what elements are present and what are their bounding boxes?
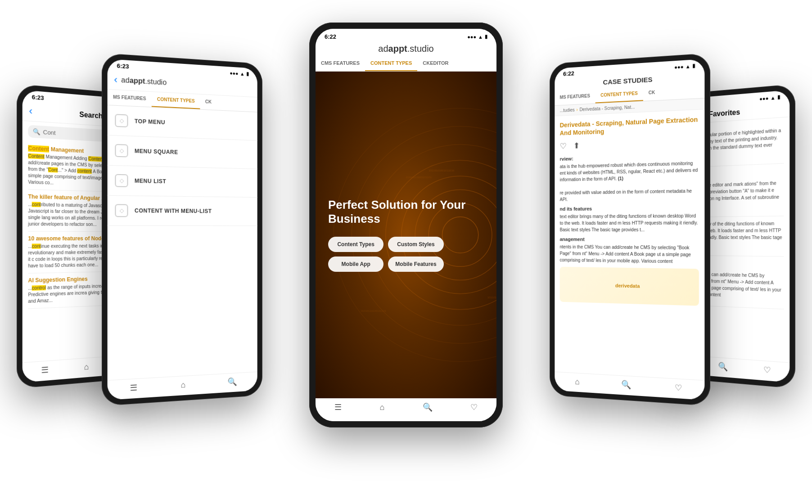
breadcrumb-studies: ...tudies: [560, 108, 575, 113]
tab-content-types-2[interactable]: CONTENT TYPES: [152, 92, 200, 109]
menu-label-list: MENU LIST: [135, 178, 166, 184]
nav-search-icon-4[interactable]: 🔍: [622, 379, 632, 390]
tab-cms-features-4[interactable]: MS FEATURES: [555, 89, 595, 105]
breadcrumb-sep: ›: [576, 107, 577, 112]
tab-content-types-4[interactable]: CONTENT TYPES: [595, 86, 643, 103]
nav-heart-icon-3[interactable]: ♡: [470, 402, 478, 412]
heart-action-icon[interactable]: ♡: [560, 141, 567, 151]
svg-text:10110101001011010: 10110101001011010: [487, 296, 496, 299]
main-app-name: adappt.studio: [378, 44, 433, 54]
case-study-content: Derivedata - Scraping, Natural Page Extr…: [555, 109, 704, 380]
nav-home-icon-4[interactable]: ⌂: [575, 377, 579, 387]
signal-icon-4: ●●●: [674, 64, 684, 70]
nav-menu-icon-1[interactable]: ☰: [41, 364, 48, 375]
menu-icon-top: ◇: [115, 114, 128, 127]
content-types-menu-list: ◇ TOP MENU ◇ MENU SQUARE ◇ MENU LIST ◇ C…: [108, 105, 257, 380]
scene: 6:23 ●●● ▲ ▮ ‹ Search 🔍 Cont: [0, 0, 812, 504]
nav-heart-icon-5[interactable]: ♡: [764, 364, 771, 375]
signal-icon-3: ●●●: [467, 34, 476, 40]
nav-menu-icon-3[interactable]: ☰: [334, 402, 342, 412]
nav-heart-icon-4[interactable]: ♡: [675, 382, 682, 393]
battery-icon-3: ▮: [485, 34, 487, 40]
tab-ck-4[interactable]: CK: [643, 85, 661, 101]
search-icon-1: 🔍: [33, 128, 41, 135]
highlight-cont-1: Content: [28, 145, 49, 153]
tab-bar-3: CMS FEATURES CONTENT TYPES CKEDITOR: [316, 56, 496, 72]
highlight-cont-6: cont: [32, 202, 41, 207]
tab-ck-2[interactable]: CK: [200, 94, 217, 110]
tab-cms-features-2[interactable]: MS FEATURES: [108, 90, 152, 107]
app-name-2: adappt.studio: [121, 76, 167, 87]
menu-label-square: MENU SQUARE: [135, 148, 178, 156]
back-button-2[interactable]: ‹: [114, 74, 117, 86]
battery-icon-5: ▮: [777, 94, 780, 100]
features-label: nd its features: [560, 205, 699, 212]
menu-icon-list: ◇: [115, 174, 128, 187]
hero-btn-mobile-features[interactable]: Mobile Features: [388, 256, 443, 272]
battery-icon-4: ▮: [692, 63, 695, 69]
back-button-1[interactable]: ‹: [29, 105, 32, 117]
status-icons-4: ●●● ▲ ▮: [674, 63, 695, 70]
status-icons-3: ●●● ▲ ▮: [467, 34, 487, 40]
tab-content-types-3[interactable]: CONTENT TYPES: [365, 56, 417, 71]
wifi-icon-2: ▲: [240, 71, 244, 76]
status-bar-3: 6:22 ●●● ▲ ▮: [316, 29, 496, 41]
signal-icon-2: ●●●: [230, 70, 238, 76]
svg-text:01010110100101101: 01010110100101101: [361, 310, 387, 312]
svg-point-3: [401, 176, 496, 293]
time-2: 6:23: [117, 62, 129, 70]
menu-list-item[interactable]: ◇ MENU LIST: [108, 166, 257, 198]
nav-home-icon-2[interactable]: ⌂: [181, 380, 186, 390]
phone-main: 6:22 ●●● ▲ ▮ adappt.studio CMS FEATURES …: [309, 22, 503, 428]
case-body-management: ntents in the CMS You can add/create he …: [560, 244, 699, 266]
nav-home-icon-1[interactable]: ⌂: [84, 362, 89, 372]
nav-menu-icon-2[interactable]: ☰: [130, 382, 137, 393]
time-4: 6:22: [563, 70, 574, 77]
wifi-icon-3: ▲: [478, 34, 483, 40]
tab-ckeditor-3[interactable]: CKEDITOR: [417, 56, 454, 71]
wifi-icon-5: ▲: [771, 94, 776, 100]
time-1: 6:23: [32, 94, 44, 102]
breadcrumb-article: Derivedata - Scraping, Nat...: [579, 104, 635, 112]
highlight-cont-4: Cont: [48, 167, 58, 172]
hero-circles-svg: 10110101001011010 01010110100101101 1011…: [316, 72, 496, 398]
case-body-features: text editor brings many of the diting fu…: [560, 212, 699, 233]
menu-icon-content: ◇: [115, 204, 128, 217]
bottom-nav-3: ☰ ⌂ 🔍 ♡: [316, 398, 496, 421]
hero-title: Perfect Solution for Your Business: [328, 198, 484, 226]
search-input-value[interactable]: Cont: [43, 129, 56, 136]
main-app-header: adappt.studio: [316, 41, 496, 56]
highlight-cont-5: content: [77, 168, 92, 174]
status-icons-2: ●●● ▲ ▮: [230, 70, 249, 76]
hero-btn-custom-styles[interactable]: Custom Styles: [388, 237, 443, 252]
highlight-cont-2: Content: [28, 153, 44, 159]
hero-btn-content-types[interactable]: Content Types: [328, 237, 383, 252]
menu-content-with-menu[interactable]: ◇ CONTENT WITH MENU-LIST: [108, 196, 257, 226]
menu-icon-square: ◇: [115, 144, 128, 158]
menu-square[interactable]: ◇ MENU SQUARE: [108, 135, 257, 169]
hero-section: 10110101001011010 01010110100101101 1011…: [316, 72, 496, 398]
tab-cms-features-3[interactable]: CMS FEATURES: [316, 56, 365, 71]
menu-label-top: TOP MENU: [135, 118, 165, 126]
highlight-cont-8: control: [32, 285, 46, 291]
hero-buttons-grid: Content Types Custom Styles Mobile App M…: [328, 237, 444, 272]
signal-icon-5: ●●●: [759, 95, 768, 102]
nav-search-icon-2[interactable]: 🔍: [228, 377, 237, 387]
hero-btn-mobile-app[interactable]: Mobile App: [328, 256, 383, 272]
derivedata-image: derivedata: [560, 267, 699, 306]
battery-icon-2: ▮: [246, 71, 249, 77]
management-label: anagement: [560, 237, 699, 243]
svg-text:10110101001011010: 10110101001011010: [429, 169, 455, 172]
wifi-icon-4: ▲: [686, 63, 690, 69]
derivedata-logo: derivedata: [615, 283, 640, 289]
menu-label-content: CONTENT WITH MENU-LIST: [135, 207, 212, 214]
nav-home-icon-3[interactable]: ⌂: [379, 403, 384, 412]
svg-text:01010110100101101: 01010110100101101: [406, 176, 432, 179]
phone-content-types: 6:23 ●●● ▲ ▮ ‹ adappt.studio MS FEATURES…: [102, 53, 262, 406]
nav-search-icon-5[interactable]: 🔍: [718, 361, 728, 372]
case-body-overview: ata is the hub empowered robust which do…: [560, 160, 699, 203]
case-studies-title: CASE STUDIES: [603, 76, 653, 86]
highlight-cont-7: cont: [32, 243, 41, 248]
nav-search-icon-3[interactable]: 🔍: [423, 402, 433, 412]
share-action-icon[interactable]: ⬆: [573, 141, 580, 151]
